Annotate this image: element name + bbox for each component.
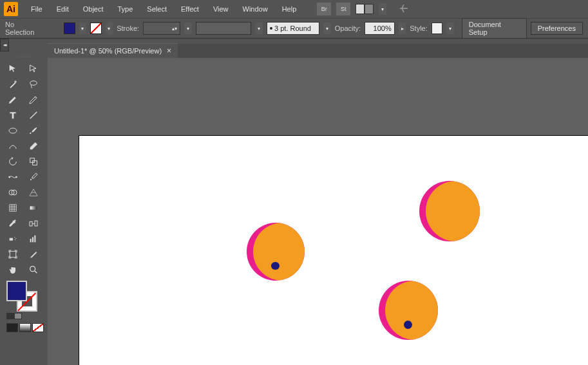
svg-rect-19 — [34, 236, 35, 243]
menu-select[interactable]: Select — [140, 3, 173, 15]
swap-fill-stroke-icon[interactable] — [14, 313, 22, 319]
svg-point-1 — [9, 128, 17, 133]
svg-point-4 — [9, 176, 10, 178]
style-swatch[interactable] — [432, 23, 442, 34]
curvature-tool[interactable] — [24, 93, 43, 107]
document-setup-button[interactable]: Document Setup — [462, 18, 527, 39]
svg-point-16 — [15, 239, 15, 240]
tab-close-button[interactable]: × — [167, 46, 171, 55]
app-logo: Ai — [4, 2, 18, 16]
stroke-weight-field[interactable]: ▴▾ — [143, 22, 180, 35]
hand-tool[interactable] — [4, 263, 22, 277]
svg-rect-13 — [10, 238, 13, 241]
svg-rect-3 — [33, 161, 37, 165]
menu-bar: Ai File Edit Object Type Select Effect V… — [0, 0, 588, 18]
style-dropdown[interactable]: ▾ — [446, 23, 454, 34]
slice-tool[interactable] — [24, 247, 43, 261]
type-tool[interactable] — [4, 108, 22, 122]
column-graph-tool[interactable] — [24, 232, 43, 246]
shape-builder-tool[interactable] — [4, 185, 22, 200]
workspace-dropdown[interactable]: ▾ — [379, 3, 386, 15]
menu-edit[interactable]: Edit — [50, 3, 75, 15]
shape-object[interactable] — [379, 281, 438, 340]
eraser-tool[interactable] — [24, 139, 43, 153]
eyedropper-tool[interactable] — [4, 216, 22, 230]
orange-circle — [426, 181, 480, 241]
stroke-swatch[interactable] — [90, 23, 101, 34]
fill-dropdown[interactable]: ▾ — [79, 23, 87, 34]
direct-selection-tool[interactable] — [24, 62, 43, 76]
toolbox-grip[interactable] — [4, 54, 44, 59]
menu-effect[interactable]: Effect — [175, 3, 205, 15]
free-transform-tool[interactable] — [24, 170, 43, 184]
canvas-area[interactable] — [48, 58, 588, 365]
svg-rect-20 — [10, 251, 15, 257]
shape-object[interactable] — [419, 181, 480, 241]
ellipse-tool[interactable] — [4, 124, 22, 138]
artboard-tool[interactable] — [4, 247, 22, 261]
stroke-weight-dropdown[interactable]: ▾ — [184, 23, 192, 34]
stroke-dropdown[interactable]: ▾ — [106, 23, 113, 34]
fill-swatch[interactable] — [64, 23, 75, 34]
selection-tool[interactable] — [4, 62, 22, 76]
color-mode-none[interactable] — [32, 323, 44, 332]
width-tool[interactable] — [4, 170, 22, 184]
brush-value: 3 pt. Round — [274, 24, 311, 32]
stock-button[interactable]: St — [336, 3, 350, 15]
tab-title: Untitled-1* @ 50% (RGB/Preview) — [54, 47, 162, 55]
line-tool[interactable] — [24, 108, 43, 122]
opacity-field[interactable]: 100% — [365, 22, 395, 35]
svg-rect-17 — [30, 239, 32, 242]
fill-indicator[interactable] — [6, 281, 27, 301]
symbol-sprayer-tool[interactable] — [4, 232, 22, 246]
brush-dropdown[interactable]: ▾ — [323, 23, 331, 34]
mesh-tool[interactable] — [4, 201, 22, 215]
svg-rect-11 — [30, 221, 32, 226]
opacity-dropdown[interactable]: ▸ — [399, 23, 406, 34]
search-icon[interactable] — [398, 3, 410, 15]
document-tab-bar: Untitled-1* @ 50% (RGB/Preview) × — [48, 44, 588, 58]
menu-view[interactable]: View — [207, 3, 235, 15]
opacity-label: Opacity: — [335, 24, 361, 32]
svg-rect-10 — [30, 206, 37, 209]
pen-tool[interactable] — [4, 93, 22, 107]
rotate-tool[interactable] — [4, 154, 22, 169]
svg-rect-18 — [32, 237, 33, 242]
brush-field[interactable]: 3 pt. Round — [267, 22, 319, 35]
scale-tool[interactable] — [24, 154, 43, 169]
document-tab[interactable]: Untitled-1* @ 50% (RGB/Preview) × — [48, 43, 178, 58]
control-bar: No Selection ▾ ▾ Stroke: ▴▾ ▾ ▾ 3 pt. Ro… — [0, 18, 588, 39]
menu-help[interactable]: Help — [276, 3, 303, 15]
variable-width-field[interactable] — [196, 22, 252, 35]
bridge-button[interactable]: Br — [317, 3, 331, 15]
menu-window[interactable]: Window — [236, 3, 274, 15]
shape-object[interactable] — [247, 223, 305, 281]
svg-rect-12 — [35, 221, 37, 226]
menu-object[interactable]: Object — [77, 3, 110, 15]
orange-circle — [385, 281, 438, 340]
workspace-layout-icon[interactable] — [356, 4, 374, 14]
svg-point-14 — [14, 237, 15, 238]
color-mode-gradient[interactable] — [19, 323, 31, 332]
menu-type[interactable]: Type — [111, 3, 140, 15]
perspective-grid-tool[interactable] — [24, 185, 43, 200]
default-fill-stroke-icon[interactable] — [6, 313, 14, 319]
menu-file[interactable]: File — [24, 3, 49, 15]
svg-rect-2 — [30, 158, 35, 163]
shaper-tool[interactable] — [4, 139, 22, 153]
zoom-tool[interactable] — [24, 263, 43, 277]
gradient-tool[interactable] — [24, 201, 43, 215]
fill-stroke-indicator[interactable] — [6, 281, 37, 312]
blend-tool[interactable] — [24, 216, 43, 230]
panel-collapse-toggle[interactable] — [0, 39, 9, 51]
magic-wand-tool[interactable] — [4, 77, 22, 91]
color-mode-solid[interactable] — [6, 323, 18, 332]
selection-status: No Selection — [5, 21, 44, 36]
stroke-label: Stroke: — [117, 24, 139, 32]
preferences-button[interactable]: Preferences — [531, 22, 583, 35]
artboard[interactable] — [79, 135, 588, 365]
variable-width-dropdown[interactable]: ▾ — [255, 23, 263, 34]
lasso-tool[interactable] — [24, 77, 43, 91]
paintbrush-tool[interactable] — [24, 124, 43, 138]
svg-point-0 — [30, 81, 37, 86]
